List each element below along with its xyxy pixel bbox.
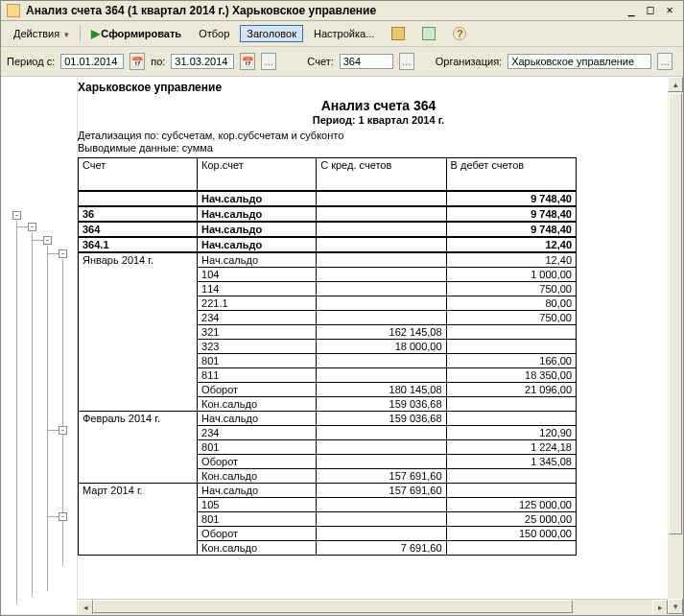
app-icon <box>7 4 20 17</box>
scroll-right-icon[interactable]: ▸ <box>652 600 668 614</box>
minimize-button[interactable]: _ <box>624 4 639 17</box>
help-button[interactable]: ? <box>446 24 473 43</box>
col-to-debit: В дебет счетов <box>446 158 576 191</box>
period-picker-button[interactable]: … <box>261 53 276 70</box>
tree-toggle[interactable]: - <box>59 512 67 521</box>
actions-menu[interactable]: Действия ▾ <box>7 25 76 42</box>
gear-icon <box>391 27 405 40</box>
col-cor-account: Кор.счет <box>198 158 317 191</box>
table-row[interactable]: Январь 2014 г.Нач.сальдо12,40 <box>79 252 577 268</box>
filter-button[interactable]: Отбор <box>192 25 236 42</box>
dropdown-arrow-icon: ▾ <box>64 30 69 39</box>
account-input[interactable] <box>340 54 393 69</box>
scroll-up-icon[interactable]: ▴ <box>668 77 683 92</box>
toolbar: Действия ▾ ▶ Сформировать Отбор Заголово… <box>1 21 683 47</box>
close-button[interactable]: ✕ <box>662 4 677 17</box>
org-picker-button[interactable]: … <box>657 53 672 70</box>
form-button[interactable]: ▶ Сформировать <box>84 24 188 43</box>
settings-icon-button[interactable] <box>385 24 412 43</box>
account-picker-button[interactable]: … <box>399 53 414 70</box>
table-row[interactable]: 364.1Нач.сальдо12,40 <box>79 237 577 252</box>
col-from-credit: С кред. счетов <box>317 158 446 191</box>
help-icon: ? <box>453 27 466 40</box>
export-icon-button[interactable] <box>415 24 442 43</box>
table-row[interactable]: Нач.сальдо9 748,40 <box>79 191 577 206</box>
maximize-button[interactable]: □ <box>643 4 658 17</box>
period-to-label: по: <box>151 56 165 67</box>
scroll-thumb[interactable] <box>669 93 682 534</box>
date-to-calendar-button[interactable]: 📅 <box>240 53 255 70</box>
org-label: Организация: <box>436 56 502 67</box>
window-title: Анализ счета 364 (1 квартал 2014 г.) Хар… <box>26 4 376 17</box>
export-icon <box>422 27 436 40</box>
period-from-label: Период с: <box>7 56 55 67</box>
horizontal-scrollbar[interactable]: ◂▸ <box>78 599 668 614</box>
outline-tree: - - - - - - <box>1 77 78 614</box>
tree-toggle[interactable]: - <box>59 426 67 435</box>
table-row[interactable]: Март 2014 г.Нач.сальдо157 691,60 <box>79 483 577 497</box>
header-button[interactable]: Заголовок <box>240 25 303 42</box>
tree-toggle[interactable]: - <box>12 211 21 220</box>
tree-toggle[interactable]: - <box>59 249 67 258</box>
actions-label: Действия <box>13 28 59 39</box>
org-input[interactable] <box>507 54 651 69</box>
table-row[interactable]: 36Нач.сальдо9 748,40 <box>79 206 577 222</box>
report-title: Анализ счета 364 <box>78 98 679 113</box>
table-row[interactable]: 364Нач.сальдо9 748,40 <box>79 222 577 237</box>
col-account: Счет <box>79 158 198 191</box>
tree-toggle[interactable]: - <box>28 223 36 231</box>
report-period: Период: 1 квартал 2014 г. <box>78 114 679 126</box>
report-outdata: Выводимые данные: сумма <box>78 142 679 154</box>
account-label: Счет: <box>307 56 333 67</box>
report-table: Счет Кор.счет С кред. счетов В дебет сче… <box>78 157 577 556</box>
form-label: Сформировать <box>101 28 181 39</box>
play-icon: ▶ <box>91 27 100 40</box>
date-from-input[interactable] <box>60 54 124 69</box>
date-from-calendar-button[interactable]: 📅 <box>130 53 145 70</box>
filter-bar: Период с: 📅 по: 📅 … Счет: … Организация:… <box>1 47 683 77</box>
table-header-row: Счет Кор.счет С кред. счетов В дебет сче… <box>79 158 577 191</box>
report-area: Харьковское управление Анализ счета 364 … <box>78 77 683 614</box>
content: - - - - - - Харьковское управление Анали… <box>1 77 683 614</box>
report-org: Харьковское управление <box>78 81 679 94</box>
scroll-thumb[interactable] <box>93 600 573 613</box>
tree-toggle[interactable]: - <box>43 236 52 245</box>
scroll-left-icon[interactable]: ◂ <box>78 600 93 614</box>
table-row[interactable]: Февраль 2014 г.Нач.сальдо159 036,68 <box>79 411 577 425</box>
titlebar: Анализ счета 364 (1 квартал 2014 г.) Хар… <box>1 1 683 21</box>
scroll-down-icon[interactable]: ▾ <box>668 599 683 614</box>
date-to-input[interactable] <box>171 54 234 69</box>
report-detail: Детализация по: субсчетам, кор.субсчетам… <box>78 130 679 141</box>
settings-button[interactable]: Настройка... <box>307 25 381 42</box>
vertical-scrollbar[interactable]: ▴ ▾ <box>668 77 683 614</box>
